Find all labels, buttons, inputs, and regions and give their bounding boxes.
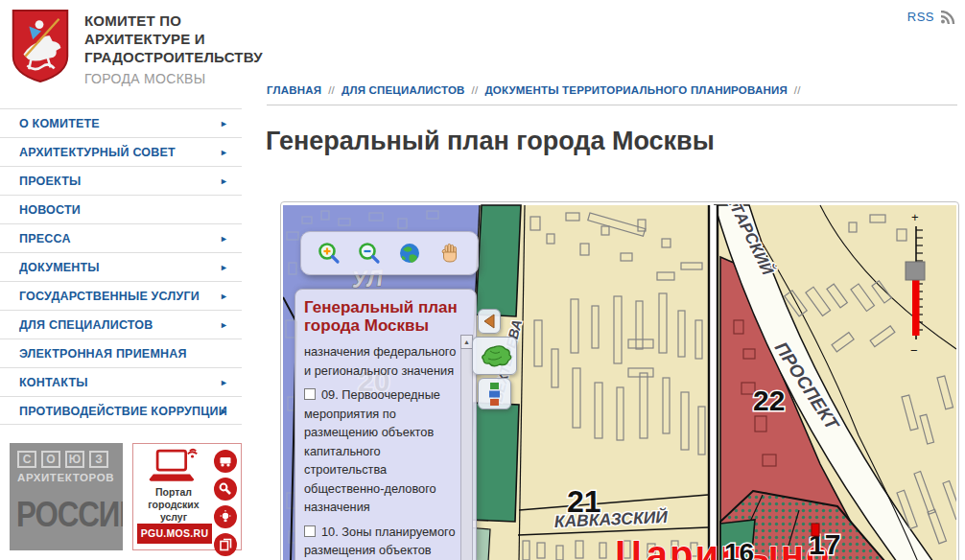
slider-handle[interactable]: [906, 262, 925, 280]
union-letter-box: Ю: [65, 451, 84, 468]
sidebar-item-kontakty[interactable]: КОНТАКТЫ►: [0, 367, 242, 396]
slider-plus-label[interactable]: +: [911, 210, 919, 224]
sidebar-item-dlya-specialistov[interactable]: ДЛЯ СПЕЦИАЛИСТОВ►: [0, 310, 242, 338]
rss-link[interactable]: RSS: [907, 10, 955, 24]
service-transport-icon: [214, 450, 237, 473]
pgu-caption-line2: городских услуг: [137, 499, 210, 524]
sidebar-item-label: ПРЕССА: [19, 232, 71, 245]
org-name-line1: КОМИТЕТ ПО: [84, 12, 263, 30]
pan-hand-button[interactable]: [435, 239, 464, 268]
breadcrumb-separator: //: [794, 84, 801, 96]
zone-label-22: 22: [753, 385, 785, 416]
submenu-arrow-icon: ►: [220, 397, 228, 426]
org-subtitle: ГОРОДА МОСКВЫ: [84, 71, 263, 86]
submenu-arrow-icon: ►: [220, 253, 228, 282]
rss-icon: [940, 11, 955, 24]
slider-zoom-level-bar: [912, 280, 920, 336]
breadcrumb-link-territorial-docs[interactable]: ДОКУМЕНТЫ ТЕРРИТОРИАЛЬНОГО ПЛАНИРОВАНИЯ: [484, 84, 787, 96]
sidebar-item-label: КОНТАКТЫ: [19, 376, 88, 389]
pgu-caption-line1: Портал: [137, 486, 210, 499]
moscow-overview-button[interactable]: [472, 337, 517, 375]
sidebar-item-gos-uslugi[interactable]: ГОСУДАРСТВЕННЫЕ УСЛУГИ►: [0, 281, 242, 310]
legend-checkbox-10[interactable]: [304, 525, 316, 537]
legend-title-line1: Генеральный план: [304, 298, 476, 316]
legend-checkbox-09[interactable]: [304, 388, 316, 400]
service-lightbulb-icon: [214, 505, 237, 528]
sidebar-item-dokumenty[interactable]: ДОКУМЕНТЫ►: [0, 252, 242, 281]
scroll-track[interactable]: [460, 349, 473, 560]
legend-intro-text: назначения федерального и регионального …: [304, 342, 465, 380]
layers-squares-icon: [486, 382, 504, 407]
map-toolbar: [300, 231, 479, 275]
breadcrumb: ГЛАВНАЯ//ДЛЯ СПЕЦИАЛИСТОВ//ДОКУМЕНТЫ ТЕР…: [267, 84, 957, 105]
submenu-arrow-icon: ►: [220, 138, 228, 167]
zone-label-16: 16: [724, 538, 754, 560]
submenu-arrow-icon: ►: [220, 282, 228, 311]
sidebar-item-label: ПРОЕКТЫ: [19, 175, 81, 188]
union-letter-box: С: [17, 451, 36, 468]
rss-label[interactable]: RSS: [907, 10, 934, 24]
service-documents-icon: [214, 533, 237, 556]
breadcrumb-link-home[interactable]: ГЛАВНАЯ: [267, 84, 321, 96]
legend-item-label: 10. Зоны планируемого размещения объекто…: [304, 525, 456, 560]
submenu-arrow-icon: ►: [220, 109, 228, 138]
district-label-tsaritsyno: Царицыно: [615, 533, 831, 560]
breadcrumb-link-specialists[interactable]: ДЛЯ СПЕЦИАЛИСТОВ: [341, 84, 465, 96]
sidebar-item-pressa[interactable]: ПРЕССА►: [0, 223, 242, 252]
collapse-left-arrow-icon: [482, 314, 496, 329]
page: КОМИТЕТ ПО АРХИТЕКТУРЕ И ГРАДОСТРОИТЕЛЬС…: [0, 0, 965, 560]
zoom-in-button[interactable]: [315, 239, 343, 268]
sidebar-item-label: АРХИТЕКТУРНЫЙ СОВЕТ: [19, 146, 176, 159]
legend-item-10: 10. Зоны планируемого размещения объекто…: [304, 523, 465, 560]
union-banner-line3: РОССИИ: [16, 495, 123, 534]
sidebar-item-label: ДОКУМЕНТЫ: [19, 261, 100, 274]
sidebar-item-proekty[interactable]: ПРОЕКТЫ►: [0, 166, 242, 195]
sidebar-item-label: ГОСУДАРСТВЕННЫЕ УСЛУГИ: [19, 290, 200, 303]
sidebar-menu: О КОМИТЕТЕ► АРХИТЕКТУРНЫЙ СОВЕТ► ПРОЕКТЫ…: [0, 108, 242, 425]
zoom-out-button[interactable]: [355, 239, 384, 268]
submenu-arrow-icon: ►: [220, 224, 228, 253]
submenu-arrow-icon: ►: [220, 311, 228, 339]
legend-item-label: 09. Первоочередные мероприятия по размещ…: [304, 387, 440, 514]
map-viewer-frame: УЛ 20 БЕХТЕРЕВА 21 КАВКАЗСКИЙ ПРОЛЕТАРСК…: [280, 201, 959, 560]
org-name-line3: ГРАДОСТРОИТЕЛЬСТВУ: [84, 48, 263, 66]
legend-panel: Генеральный план города Москвы назначени…: [294, 289, 477, 560]
sidebar-item-novosti[interactable]: НОВОСТИ►: [0, 195, 242, 223]
globe-full-extent-button[interactable]: [395, 239, 424, 268]
slider-minus-label[interactable]: −: [910, 343, 918, 358]
moscow-boundary-icon: [477, 341, 513, 370]
breadcrumb-separator: //: [328, 84, 335, 96]
laptop-icon: [146, 448, 201, 484]
map-red-marker: [812, 524, 819, 536]
sidebar-item-protivodeystvie-korrupcii[interactable]: ПРОТИВОДЕЙСТВИЕ КОРРУПЦИИ►: [0, 396, 242, 425]
legend-layers-button[interactable]: [478, 378, 511, 409]
service-utilities-icon: [214, 478, 237, 501]
sidebar-item-elektronnaya-priemnaya[interactable]: ЭЛЕКТРОННАЯ ПРИЕМНАЯ►: [0, 338, 242, 367]
org-name: КОМИТЕТ ПО АРХИТЕКТУРЕ И ГРАДОСТРОИТЕЛЬС…: [84, 12, 263, 86]
sidebar-item-label: ДЛЯ СПЕЦИАЛИСТОВ: [19, 318, 153, 332]
union-banner-line2: АРХИТЕКТОРОВ: [17, 472, 123, 483]
sidebar-item-label: ПРОТИВОДЕЙСТВИЕ КОРРУПЦИИ: [19, 405, 227, 418]
sidebar-item-arhitekturny-sovet[interactable]: АРХИТЕКТУРНЫЙ СОВЕТ►: [0, 137, 242, 166]
sidebar-item-label: НОВОСТИ: [19, 203, 81, 217]
sidebar-item-o-komitete[interactable]: О КОМИТЕТЕ►: [0, 108, 242, 137]
breadcrumb-separator: //: [472, 84, 479, 96]
moscow-coat-of-arms-logo[interactable]: [10, 8, 71, 82]
union-letter-box: З: [89, 451, 108, 468]
submenu-arrow-icon: ►: [220, 368, 228, 397]
legend-title-line2: города Москвы: [304, 316, 476, 335]
sidebar-item-label: О КОМИТЕТЕ: [19, 117, 100, 130]
union-letter-box: О: [41, 451, 60, 468]
legend-collapse-button[interactable]: [478, 309, 501, 334]
union-of-architects-banner[interactable]: С О Ю З АРХИТЕКТОРОВ РОССИИ: [10, 443, 123, 550]
legend-item-09: 09. Первоочередные мероприятия по размещ…: [304, 385, 465, 517]
org-name-line2: АРХИТЕКТУРЕ И: [84, 30, 263, 48]
sidebar-item-label: ЭЛЕКТРОННАЯ ПРИЕМНАЯ: [19, 347, 187, 361]
submenu-arrow-icon: ►: [220, 167, 228, 196]
pgu-portal-banner[interactable]: Портал городских услуг PGU.MOS.RU: [132, 443, 242, 550]
page-title: Генеральный план города Москвы: [266, 127, 715, 156]
pgu-url-button[interactable]: PGU.MOS.RU: [137, 524, 212, 544]
